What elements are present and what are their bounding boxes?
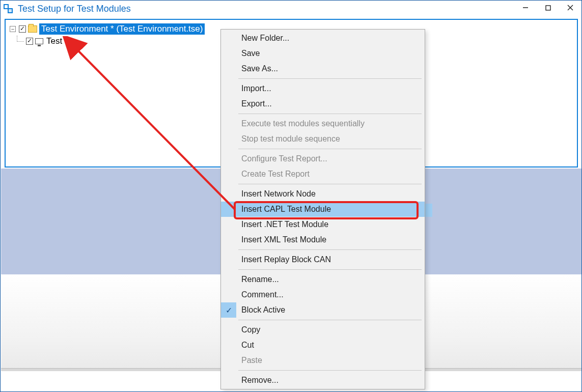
menu-label: Comment... xyxy=(241,290,284,299)
test-node-icon xyxy=(35,38,43,44)
menu-block-active[interactable]: ✓ Block Active xyxy=(221,302,425,318)
check-icon: ✓ xyxy=(221,302,236,318)
close-icon xyxy=(567,5,573,11)
window-controls xyxy=(514,1,581,15)
menu-label: Block Active xyxy=(241,305,285,315)
menu-export[interactable]: Export... xyxy=(221,96,425,111)
menu-label: Insert Replay Block CAN xyxy=(241,255,331,264)
menu-label: Insert .NET Test Module xyxy=(241,220,328,229)
menu-label: Stop test module sequence xyxy=(241,134,340,144)
checkbox-child[interactable] xyxy=(26,38,33,45)
menu-label: Configure Test Report... xyxy=(241,154,327,163)
window-title: Test Setup for Test Modules xyxy=(18,4,131,14)
menu-separator xyxy=(238,320,422,320)
menu-insert-replay[interactable]: Insert Replay Block CAN xyxy=(221,252,425,267)
menu-label: Rename... xyxy=(241,275,279,284)
window-frame: Test Setup for Test Modules − Test Envir… xyxy=(0,0,582,392)
menu-label: Save xyxy=(241,49,260,58)
menu-remove[interactable]: Remove... xyxy=(221,373,425,388)
menu-label: Save As... xyxy=(241,64,278,73)
highlight-overflow xyxy=(425,204,432,217)
tree-root-label: Test Environment * (Test Environment.tse… xyxy=(39,23,205,35)
menu-configure-report: Configure Test Report... xyxy=(221,151,425,166)
menu-import[interactable]: Import... xyxy=(221,81,425,96)
menu-label: Import... xyxy=(241,84,271,93)
menu-rename[interactable]: Rename... xyxy=(221,272,425,287)
checkbox-root[interactable] xyxy=(19,25,26,33)
menu-label: Insert Network Node xyxy=(241,189,316,199)
menu-insert-capl[interactable]: Insert CAPL Test Module xyxy=(221,202,425,217)
menu-label: Create Test Report xyxy=(241,170,310,179)
menu-cut[interactable]: Cut xyxy=(221,338,425,353)
tree-connector xyxy=(17,36,24,42)
menu-label: Remove... xyxy=(241,376,279,385)
menu-insert-dotnet[interactable]: Insert .NET Test Module xyxy=(221,217,425,232)
menu-label: Paste xyxy=(241,356,262,365)
menu-separator xyxy=(238,149,422,149)
menu-save-as[interactable]: Save As... xyxy=(221,61,425,76)
menu-label: Insert CAPL Test Module xyxy=(241,205,331,214)
menu-comment[interactable]: Comment... xyxy=(221,287,425,302)
menu-label: Cut xyxy=(241,341,254,350)
menu-copy[interactable]: Copy xyxy=(221,322,425,338)
close-button[interactable] xyxy=(559,1,581,15)
menu-new-folder[interactable]: New Folder... xyxy=(221,31,425,46)
context-menu: New Folder... Save Save As... Import... … xyxy=(220,29,425,389)
maximize-icon xyxy=(545,5,551,11)
menu-separator xyxy=(238,114,422,114)
menu-separator xyxy=(238,78,422,79)
menu-label: Execute test modules sequentially xyxy=(241,119,365,128)
minimize-icon xyxy=(522,5,529,11)
menu-insert-xml[interactable]: Insert XML Test Module xyxy=(221,232,425,247)
minimize-button[interactable] xyxy=(514,1,537,15)
menu-exec-sequential: Execute test modules sequentially xyxy=(221,116,425,131)
menu-insert-network-node[interactable]: Insert Network Node xyxy=(221,186,425,202)
menu-paste: Paste xyxy=(221,353,425,368)
menu-label: Copy xyxy=(241,325,260,334)
menu-label: New Folder... xyxy=(241,34,289,43)
expander-icon[interactable]: − xyxy=(10,26,16,32)
folder-icon xyxy=(28,25,37,33)
maximize-button[interactable] xyxy=(537,1,559,15)
menu-separator xyxy=(238,249,422,250)
menu-separator xyxy=(238,370,422,371)
menu-label: Export... xyxy=(241,99,272,108)
svg-rect-1 xyxy=(546,6,550,10)
titlebar: Test Setup for Test Modules xyxy=(1,1,581,17)
menu-separator xyxy=(238,184,422,184)
menu-label: Insert XML Test Module xyxy=(241,235,326,244)
menu-stop-sequence: Stop test module sequence xyxy=(221,131,425,147)
menu-create-report: Create Test Report xyxy=(221,166,425,182)
tree-child-label: Test 3 xyxy=(46,36,69,46)
app-icon xyxy=(4,4,13,13)
menu-save[interactable]: Save xyxy=(221,46,425,61)
menu-separator xyxy=(238,269,422,270)
